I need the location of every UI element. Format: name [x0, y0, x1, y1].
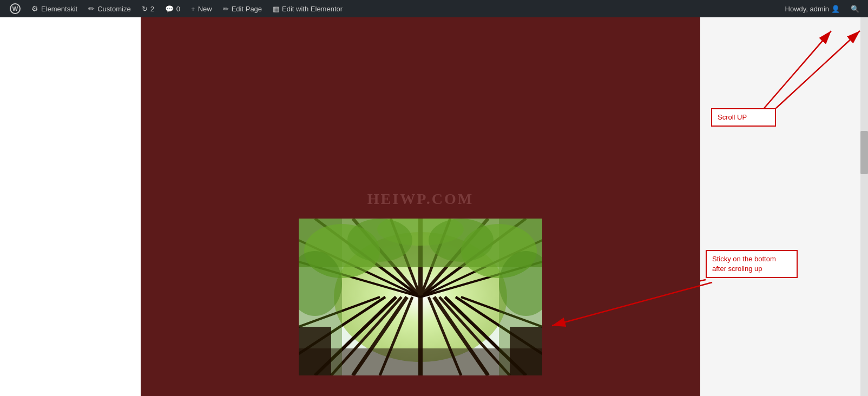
- svg-point-32: [347, 219, 412, 262]
- right-annotation-area: Scroll UP Sticky on the bottom after scr…: [700, 17, 868, 396]
- scrollbar-thumb[interactable]: [860, 131, 868, 174]
- elementskit-icon: ⚙: [31, 4, 38, 13]
- elementor-icon: ▦: [273, 5, 279, 13]
- search-icon: 🔍: [851, 5, 859, 13]
- center-content: HEIWP.COM: [141, 17, 700, 396]
- edit-elementor-button[interactable]: ▦ Edit with Elementor: [267, 0, 348, 17]
- comments-icon: 💬: [165, 5, 174, 13]
- tree-image: [299, 219, 542, 375]
- sticky-annotation: Sticky on the bottom after scroling up: [706, 250, 798, 278]
- admin-bar-right: Howdy, admin 👤 🔍: [781, 0, 864, 17]
- scroll-up-annotation: Scroll UP: [711, 108, 776, 127]
- annotation-arrows: [700, 17, 868, 396]
- howdy-user[interactable]: Howdy, admin 👤: [781, 0, 844, 17]
- avatar-icon: 👤: [831, 5, 840, 13]
- updates-button[interactable]: ↻ 2: [136, 0, 160, 17]
- updates-icon: ↻: [142, 5, 148, 13]
- wp-logo-button[interactable]: W: [4, 0, 26, 17]
- svg-line-40: [776, 31, 860, 108]
- comments-button[interactable]: 💬 0: [160, 0, 186, 17]
- search-button[interactable]: 🔍: [846, 0, 864, 17]
- customize-button[interactable]: ✏ Customize: [83, 0, 136, 17]
- customize-icon: ✏: [88, 4, 95, 13]
- wordpress-logo-icon: W: [10, 3, 21, 14]
- admin-bar: W ⚙ Elementskit ✏ Customize ↻ 2 💬 0 + Ne…: [0, 0, 868, 17]
- svg-point-33: [429, 219, 494, 262]
- left-sidebar: [0, 17, 141, 396]
- elementskit-menu[interactable]: ⚙ Elementskit: [26, 0, 83, 17]
- site-title: HEIWP.COM: [367, 190, 474, 208]
- main-layout: HEIWP.COM: [0, 17, 868, 396]
- svg-rect-38: [299, 348, 542, 375]
- svg-line-41: [700, 280, 706, 318]
- edit-page-button[interactable]: ✏ Edit Page: [218, 0, 267, 17]
- new-button[interactable]: + New: [186, 0, 218, 17]
- scrollbar[interactable]: [860, 17, 868, 396]
- edit-icon: ✏: [223, 5, 229, 13]
- plus-icon: +: [191, 5, 195, 13]
